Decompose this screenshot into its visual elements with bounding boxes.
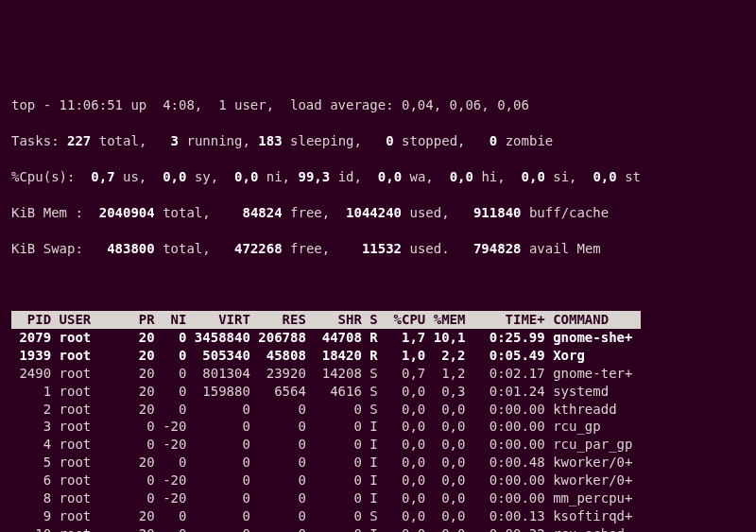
summary-line-uptime: top - 11:06:51 up 4:08, 1 user, load ave… xyxy=(11,96,745,114)
process-row: 5 root 20 0 0 0 0 I 0,0 0,0 0:00.48 kwor… xyxy=(11,454,745,472)
process-list: 2079 root 20 0 3458840 206788 44708 R 1,… xyxy=(11,329,745,532)
process-row: 2079 root 20 0 3458840 206788 44708 R 1,… xyxy=(11,329,745,347)
process-row: 6 root 0 -20 0 0 0 I 0,0 0,0 0:00.00 kwo… xyxy=(11,472,745,489)
summary-line-swap: KiB Swap: 483800 total, 472268 free, 115… xyxy=(11,240,745,258)
summary-line-cpu: %Cpu(s): 0,7 us, 0,0 sy, 0,0 ni, 99,3 id… xyxy=(11,168,745,186)
column-header: PID USER PR NI VIRT RES SHR S %CPU %MEM … xyxy=(11,311,641,329)
process-row: 2490 root 20 0 801304 23920 14208 S 0,7 … xyxy=(11,365,745,383)
process-row: 1939 root 20 0 505340 45808 18420 R 1,0 … xyxy=(11,347,745,365)
summary-line-mem: KiB Mem : 2040904 total, 84824 free, 104… xyxy=(11,204,745,222)
process-row: 4 root 0 -20 0 0 0 I 0,0 0,0 0:00.00 rcu… xyxy=(11,436,745,454)
process-row: 9 root 20 0 0 0 0 S 0,0 0,0 0:00.13 ksof… xyxy=(11,507,745,525)
process-row: 3 root 0 -20 0 0 0 I 0,0 0,0 0:00.00 rcu… xyxy=(11,418,745,436)
top-terminal[interactable]: top - 11:06:51 up 4:08, 1 user, load ave… xyxy=(11,79,745,532)
blank-line xyxy=(11,275,745,293)
process-row: 8 root 0 -20 0 0 0 I 0,0 0,0 0:00.00 mm_… xyxy=(11,489,745,507)
process-row: 10 root 20 0 0 0 0 I 0,0 0,0 0:00.32 rcu… xyxy=(11,525,745,532)
process-row: 1 root 20 0 159880 6564 4616 S 0,0 0,3 0… xyxy=(11,383,745,401)
summary-line-tasks: Tasks: 227 total, 3 running, 183 sleepin… xyxy=(11,132,745,150)
process-row: 2 root 20 0 0 0 0 S 0,0 0,0 0:00.00 kthr… xyxy=(11,401,745,419)
